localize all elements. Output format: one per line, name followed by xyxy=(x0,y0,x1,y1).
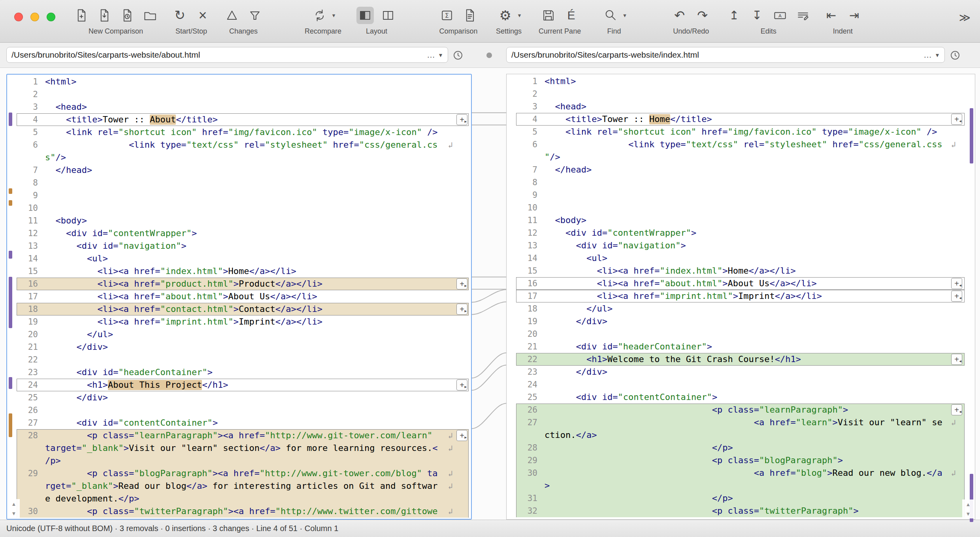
copy-change-button[interactable]: +◂ xyxy=(951,291,962,302)
code-line[interactable]: 10 xyxy=(7,202,471,214)
code-line[interactable]: 12 <div id="contentWrapper"> xyxy=(507,227,975,239)
first-change-button[interactable]: ▲ xyxy=(8,499,20,509)
find-icon[interactable] xyxy=(602,7,619,24)
code-line[interactable]: 17 <li><a href="imprint.html">Imprint</a… xyxy=(507,290,975,302)
ellipsis-button[interactable]: … xyxy=(920,50,935,60)
code-line[interactable]: 21 <div id="headerContainer"> xyxy=(507,340,975,353)
copy-change-button[interactable]: +▸ xyxy=(456,278,467,289)
outdent-icon[interactable]: ⇤ xyxy=(823,7,840,24)
code-line[interactable]: 28 </p> xyxy=(507,441,975,454)
chevron-down-icon[interactable]: ▾ xyxy=(935,51,940,59)
code-line[interactable]: 5 <link rel="shortcut icon" href="img/fa… xyxy=(507,126,975,138)
copy-change-button[interactable]: +◂ xyxy=(951,114,962,125)
code-line[interactable]: 28 <p class="learnParagraph"><a href="ht… xyxy=(7,429,471,442)
code-line[interactable]: 15 <li><a href="index.html">Home</a></li… xyxy=(7,265,471,278)
code-line[interactable]: 6 <link type="text/css" rel="stylesheet"… xyxy=(507,138,975,151)
code-line[interactable]: 8 xyxy=(7,176,471,189)
code-line[interactable]: 19 </div> xyxy=(507,315,975,328)
code-line[interactable]: 23 <div id="headerContainer"> xyxy=(7,366,471,379)
chevron-down-icon[interactable]: ▾ xyxy=(623,12,626,19)
code-line[interactable]: 31 </p> xyxy=(507,492,975,505)
code-line[interactable]: 13 <div id="navigation"> xyxy=(7,240,471,252)
ellipsis-button[interactable]: … xyxy=(424,50,438,60)
code-line[interactable]: 21 </div> xyxy=(7,341,471,353)
copy-change-button[interactable]: +▸ xyxy=(456,379,467,391)
code-line[interactable]: 29 <p class="blogParagraph"><a href="htt… xyxy=(7,467,471,480)
code-line[interactable]: 29 <p class="blogParagraph"> xyxy=(507,454,975,467)
undo-icon[interactable]: ↶ xyxy=(671,7,688,24)
code-line[interactable]: 1<html> xyxy=(507,75,975,88)
close-button[interactable] xyxy=(14,13,23,21)
pane-link-dot[interactable] xyxy=(486,53,492,58)
code-line[interactable]: 18 <li><a href="contact.html">Contact</a… xyxy=(7,303,471,315)
copy-change-button[interactable]: +▸ xyxy=(456,114,467,125)
code-line[interactable]: 25 </div> xyxy=(7,391,471,404)
chevron-down-icon[interactable]: ▾ xyxy=(518,12,521,19)
code-line[interactable]: 6 <link type="text/css" rel="stylesheet"… xyxy=(7,139,471,151)
filter-icon[interactable] xyxy=(246,7,264,24)
layout-left-icon[interactable] xyxy=(356,7,374,24)
code-line[interactable]: 10 xyxy=(507,201,975,214)
code-line[interactable]: 14 <ul> xyxy=(7,252,471,265)
code-line[interactable]: 26 xyxy=(7,404,471,417)
code-line[interactable]: 8 xyxy=(507,176,975,189)
code-line[interactable]: 20 xyxy=(507,328,975,340)
redo-icon[interactable]: ↷ xyxy=(694,7,711,24)
code-line[interactable]: "/> xyxy=(507,151,975,163)
code-line[interactable]: 18 </ul> xyxy=(507,302,975,315)
code-line[interactable]: 12 <div id="contentWrapper"> xyxy=(7,227,471,240)
push-down-icon[interactable]: ↧ xyxy=(748,7,766,24)
import-document-icon[interactable] xyxy=(96,7,113,24)
copy-change-button[interactable]: +▸ xyxy=(456,430,467,441)
code-line[interactable]: 7 </head> xyxy=(7,164,471,176)
text-encoding-icon[interactable]: É xyxy=(563,7,580,24)
report-icon[interactable] xyxy=(461,7,479,24)
right-file-path-field[interactable]: /Users/brunobrito/Sites/carparts-website… xyxy=(506,47,945,63)
code-line[interactable]: 26 <p class="learnParagraph">+◂ xyxy=(507,404,975,416)
copy-change-button[interactable]: +▸ xyxy=(456,304,467,315)
minimize-button[interactable] xyxy=(30,13,39,21)
history-icon[interactable] xyxy=(451,49,465,62)
copy-change-button[interactable]: +◂ xyxy=(951,404,962,415)
code-line[interactable]: 24 <h1>About This Project</h1>+▸ xyxy=(7,379,471,391)
code-line[interactable]: 14 <ul> xyxy=(507,252,975,265)
code-line[interactable]: 27 <a href="learn">Visit our "learn" se↲ xyxy=(507,416,975,429)
code-line[interactable]: 27 <div id="contentContainer"> xyxy=(7,417,471,429)
code-line[interactable]: 15 <li><a href="index.html">Home</a></li… xyxy=(507,265,975,277)
code-line[interactable]: 2 xyxy=(507,88,975,100)
code-line[interactable]: 19 <li><a href="imprint.html">Imprint</a… xyxy=(7,315,471,328)
code-line[interactable]: ction.</a> xyxy=(507,429,975,441)
first-change-button[interactable]: ▲ xyxy=(962,499,974,509)
code-line[interactable]: 32 <p class="twitterParagraph"> xyxy=(507,505,975,517)
code-line[interactable]: 5 <link rel="shortcut icon" href="img/fa… xyxy=(7,126,471,139)
code-line[interactable]: 4 <title>Tower :: About</title>+▸ xyxy=(7,113,471,126)
zoom-button[interactable] xyxy=(47,13,55,21)
code-line[interactable]: 23 </div> xyxy=(507,366,975,378)
code-line[interactable]: 24 xyxy=(507,378,975,391)
delta-icon[interactable] xyxy=(223,7,241,24)
new-document-icon[interactable] xyxy=(73,7,90,24)
summary-icon[interactable]: Σ xyxy=(438,7,456,24)
chevron-down-icon[interactable]: ▾ xyxy=(332,12,335,19)
left-file-path-field[interactable]: /Users/brunobrito/Sites/carparts-website… xyxy=(6,47,448,63)
code-line[interactable]: 1<html> xyxy=(7,75,471,88)
copy-change-button[interactable]: +◂ xyxy=(951,354,962,365)
code-line[interactable]: 13 <div id="navigation"> xyxy=(507,239,975,252)
keyboard-icon[interactable]: A xyxy=(771,7,789,24)
document-history-icon[interactable] xyxy=(119,7,136,24)
code-line[interactable]: 3 <head> xyxy=(507,100,975,113)
code-line[interactable]: 16 <li><a href="product.html">Product</a… xyxy=(7,278,471,290)
code-line[interactable]: 17 <li><a href="about.html">About Us</a>… xyxy=(7,290,471,303)
edit-list-icon[interactable] xyxy=(794,7,812,24)
code-line[interactable]: 4 <title>Tower :: Home</title>+◂ xyxy=(507,113,975,126)
code-line[interactable]: target="_blank">Visit our "learn" sectio… xyxy=(7,442,471,454)
code-line[interactable]: 25 <div id="contentContainer"> xyxy=(507,391,975,404)
code-line[interactable]: > xyxy=(507,479,975,492)
code-line[interactable]: 16 <li><a href="about.html">About Us</a>… xyxy=(507,277,975,290)
code-line[interactable]: 20 </ul> xyxy=(7,328,471,341)
code-line[interactable]: 3 <head> xyxy=(7,101,471,113)
code-line[interactable]: 7 </head> xyxy=(507,163,975,176)
code-line[interactable]: 30 <p class="twitterParagraph"><a href="… xyxy=(7,505,471,518)
last-change-button[interactable]: ▼ xyxy=(962,509,974,518)
history-icon[interactable] xyxy=(948,49,962,62)
